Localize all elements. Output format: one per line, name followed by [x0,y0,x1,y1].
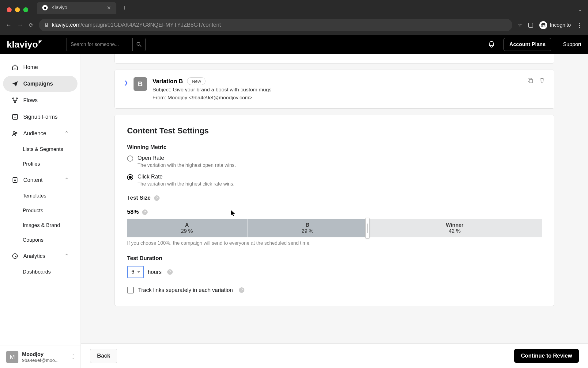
footer-bar: Back Continue to Review [81,343,588,368]
trash-icon[interactable] [539,77,545,83]
help-icon[interactable]: ? [167,269,173,275]
duplicate-icon[interactable] [527,77,533,83]
tab-close-icon[interactable]: ✕ [107,5,111,11]
svg-point-4 [137,42,140,45]
content-icon [12,177,18,183]
variation-subject: Subject: Give your brand a boost with cu… [153,87,522,93]
sidebar-label: Audience [23,130,46,137]
variation-letter-badge: B [134,77,147,91]
star-icon[interactable]: ☆ [518,22,522,28]
checkbox[interactable] [127,287,134,293]
sidebar-item-campaigns[interactable]: Campaigns [3,76,77,92]
org-email: 9ba4e9ef@moo... [22,358,58,363]
back-button[interactable]: Back [90,349,117,363]
help-icon[interactable]: ? [154,195,160,201]
sidebar-label: Signup Forms [23,114,58,120]
radio-click-rate[interactable]: Click Rate The variation with the highes… [127,174,542,187]
updown-chevron-icon: ⌃⌄ [72,355,74,359]
click-rate-label: Click Rate [138,174,235,180]
maximize-window-button[interactable] [23,7,28,12]
sidebar-label: Analytics [23,253,45,259]
test-size-label: Test Size ? [127,195,542,201]
sidebar-item-audience[interactable]: Audience ⌃ [3,125,77,141]
help-icon[interactable]: ? [142,209,148,215]
sidebar-label: Home [23,64,38,71]
svg-rect-14 [529,79,533,83]
sidebar-item-signup-forms[interactable]: Signup Forms [3,109,77,125]
address-bar: ← → ⟳ klaviyo.com/campaign/01GDAK4A2YG8N… [0,15,588,35]
sidebar-sub-images-brand[interactable]: Images & Brand [0,218,81,233]
svg-point-5 [13,98,14,99]
content-test-settings-card: Content Test Settings Winning Metric Ope… [115,115,554,306]
sidebar-label: Content [23,177,43,183]
main-content: ❯ B Variation B New Subject: Give your b… [81,54,588,368]
svg-point-10 [16,132,17,134]
flows-icon [12,97,18,104]
url-domain: klaviyo.com [52,22,81,28]
continue-to-review-button[interactable]: Continue to Review [514,349,579,363]
open-rate-desc: The variation with the highest open rate… [138,163,236,168]
forward-arrow-icon[interactable]: → [17,21,23,29]
help-icon[interactable]: ? [239,287,244,293]
svg-point-3 [544,25,545,27]
svg-rect-11 [13,178,17,182]
account-plans-button[interactable]: Account Plans [503,38,551,51]
sidebar-label: Campaigns [23,81,53,87]
url-path: /campaign/01GDAK4A2YG8NQEFMYTYJZB8GT/con… [81,22,221,28]
duration-unit: hours [148,269,161,275]
open-rate-label: Open Rate [138,155,236,161]
org-avatar: M [6,351,18,363]
sidebar-item-content[interactable]: Content ⌃ [3,172,77,188]
slider-note: If you choose 100%, the campaign will se… [127,240,542,246]
track-links-label: Track links separately in each variation [138,287,233,293]
new-tab-button[interactable]: ＋ [121,3,128,12]
chevron-up-icon: ⌃ [64,177,69,183]
lock-icon [44,23,49,28]
test-size-value: 58% ? [127,209,148,215]
track-links-row[interactable]: Track links separately in each variation… [127,287,542,293]
back-arrow-icon[interactable]: ← [6,21,12,29]
sidebar-sub-lists[interactable]: Lists & Segments [0,142,81,157]
sidebar-sub-dashboards[interactable]: Dashboards [0,265,81,279]
click-rate-desc: The variation with the highest click rat… [138,181,235,187]
slider-segment-a: A 29 % [127,219,247,237]
support-link[interactable]: Support [563,41,581,48]
close-window-button[interactable] [7,7,12,12]
bell-icon[interactable] [488,41,495,48]
klaviyo-logo[interactable]: klaviyo [7,39,42,50]
radio-icon [127,155,133,162]
sidebar-sub-products[interactable]: Products [0,203,81,218]
chevron-down-icon[interactable]: ⌄ [578,7,582,13]
url-bar[interactable]: klaviyo.com/campaign/01GDAK4A2YG8NQEFMYT… [39,19,512,31]
browser-tab[interactable]: ◆ Klaviyo ✕ [37,2,116,14]
minimize-window-button[interactable] [15,7,20,12]
refresh-icon[interactable]: ⟳ [29,22,33,29]
variation-b-card: ❯ B Variation B New Subject: Give your b… [115,70,554,109]
sidebar-item-home[interactable]: Home [3,59,77,75]
slider-handle[interactable] [365,218,370,239]
home-icon [12,64,18,71]
search-button[interactable] [132,38,146,51]
variation-from: From: Moodjoy <9ba4e9ef@moodjoy.com> [153,95,522,101]
radio-open-rate[interactable]: Open Rate The variation with the highest… [127,155,542,168]
test-size-slider[interactable]: A 29 % B 29 % Winner 42 % [127,219,542,237]
svg-rect-8 [13,114,17,119]
analytics-icon [12,253,18,259]
sidebar-sub-templates[interactable]: Templates [0,189,81,203]
form-icon [12,113,18,120]
send-icon [12,80,18,87]
sidebar-sub-coupons[interactable]: Coupons [0,233,81,247]
sidebar-item-analytics[interactable]: Analytics ⌃ [3,248,77,264]
logo-mark-icon [39,40,42,44]
menu-dots-icon[interactable]: ⋮ [576,21,582,29]
extension-icon[interactable] [528,22,534,28]
sidebar-item-flows[interactable]: Flows [3,92,77,108]
browser-chrome: ◆ Klaviyo ✕ ＋ ⌄ ← → ⟳ klaviyo.com/campai… [0,0,588,35]
duration-select[interactable]: 6 [127,266,144,278]
sidebar-sub-profiles[interactable]: Profiles [0,157,81,171]
org-switcher[interactable]: M Moodjoy 9ba4e9ef@moo... ⌃⌄ [0,346,81,368]
svg-point-7 [14,102,16,103]
window-controls [7,7,28,12]
incognito-badge: Incognito [539,21,571,29]
expand-chevron-icon[interactable]: ❯ [124,80,128,86]
